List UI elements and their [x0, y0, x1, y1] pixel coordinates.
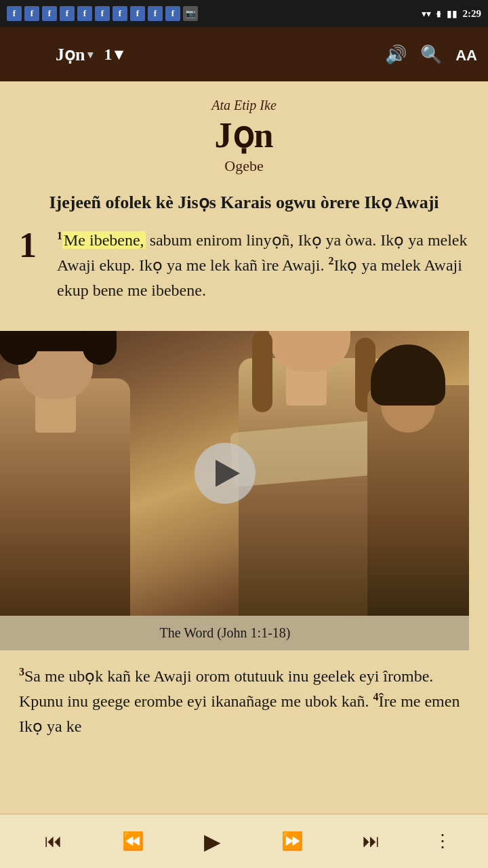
verse-4-superscript: 4: [373, 691, 379, 703]
facebook-icon-3: f: [42, 6, 57, 21]
book-chevron-icon: ▾: [87, 48, 93, 61]
facebook-icon-2: f: [24, 6, 39, 21]
video-container: The Word (John 1:1-18): [0, 331, 469, 650]
book-header: Ata Etip Ike Jọn Ogebe: [19, 98, 469, 175]
book-name-label: Jọn: [56, 44, 85, 65]
wifi-icon: ▾▾: [422, 8, 431, 20]
media-controls: ⏮ ⏪ ▶ ⏩ ⏭ ⋮: [0, 814, 488, 868]
skip-back-icon: ⏮: [45, 831, 62, 852]
rewind-icon: ⏪: [122, 831, 144, 852]
fast-forward-icon: ⏩: [281, 831, 303, 852]
facebook-icon-6: f: [95, 6, 110, 21]
book-selector-button[interactable]: Jọn ▾: [56, 44, 93, 65]
person-right: [367, 358, 469, 616]
facebook-icon-10: f: [165, 6, 180, 21]
text-size-button[interactable]: AA: [455, 44, 477, 65]
status-icons-right: ▾▾ ▮ ▮▮ 2:29: [422, 8, 482, 20]
video-caption: The Word (John 1:1-18): [0, 616, 469, 650]
volume-icon: 🔊: [385, 44, 407, 64]
verse-3-text: Sa me ubọk kañ ke Awaji orom otutuuk inu…: [19, 667, 433, 710]
book-title: Jọn: [19, 116, 469, 155]
hamburger-icon: ≡: [22, 44, 33, 65]
main-content: Ata Etip Ike Jọn Ogebe Ijejeeñ ofolek kè…: [0, 81, 488, 331]
facebook-icon-4: f: [60, 6, 75, 21]
text-size-icon: AA: [455, 47, 477, 64]
facebook-icon-1: f: [7, 6, 22, 21]
verse-2-superscript: 2: [328, 255, 333, 267]
verse-3-block: 3Sa me ubọk kañ ke Awaji orom otutuuk in…: [0, 650, 488, 753]
search-button[interactable]: 🔍: [420, 44, 442, 65]
hamburger-menu-button[interactable]: ≡: [11, 37, 45, 71]
book-chapter-label: Ogebe: [19, 157, 469, 175]
nav-left: ≡ Jọn ▾ 1 ▾: [11, 37, 123, 71]
more-icon: ⋮: [434, 831, 451, 851]
skip-forward-button[interactable]: ⏭: [354, 825, 388, 859]
battery-icon: ▮▮: [447, 8, 458, 20]
status-bar: f f f f f f f f f f 📷 ▾▾ ▮ ▮▮ 2:29: [0, 0, 488, 27]
verse-1-superscript: 1: [57, 230, 62, 241]
person-left: [0, 331, 150, 616]
verse-3-superscript: 3: [19, 666, 24, 677]
facebook-icon-7: f: [113, 6, 127, 21]
chapter-number-label: 1: [104, 45, 112, 64]
section-heading: Ijejeeñ ofolek kè Jisọs Karais ogwu òrer…: [19, 191, 469, 214]
book-subtitle: Ata Etip Ike: [19, 98, 469, 113]
status-time: 2:29: [463, 8, 482, 20]
more-options-button[interactable]: ⋮: [434, 831, 451, 852]
play-pause-button[interactable]: ▶: [195, 825, 229, 859]
play-triangle-icon: [216, 460, 240, 487]
nav-bar: ≡ Jọn ▾ 1 ▾ 🔊 🔍 AA: [0, 27, 488, 81]
nav-right: 🔊 🔍 AA: [385, 44, 477, 65]
fast-forward-button[interactable]: ⏩: [275, 825, 309, 859]
verse-1-highlight: Me ibebene,: [62, 231, 146, 249]
verse-number-1: 1: [19, 228, 49, 304]
photo-icon: 📷: [183, 6, 198, 21]
facebook-icon-5: f: [77, 6, 92, 21]
facebook-icon-8: f: [130, 6, 145, 21]
status-icons-left: f f f f f f f f f f 📷: [7, 6, 198, 21]
chapter-chevron-icon: ▾: [115, 45, 123, 64]
verse-1-block: 1 1Me ibebene, sabum enirom linyọñ, Ikọ …: [19, 228, 469, 304]
rewind-button[interactable]: ⏪: [116, 825, 150, 859]
skip-forward-icon: ⏭: [363, 831, 380, 852]
play-button[interactable]: [195, 443, 256, 504]
video-thumbnail: [0, 331, 469, 616]
chapter-selector-button[interactable]: 1 ▾: [104, 45, 123, 64]
search-icon: 🔍: [420, 44, 442, 64]
facebook-icon-9: f: [148, 6, 163, 21]
play-icon: ▶: [204, 829, 221, 854]
signal-icon: ▮: [436, 9, 441, 19]
verse-1-text: 1Me ibebene, sabum enirom linyọñ, Ikọ ya…: [57, 228, 469, 304]
skip-back-button[interactable]: ⏮: [37, 825, 70, 859]
volume-button[interactable]: 🔊: [385, 44, 407, 65]
